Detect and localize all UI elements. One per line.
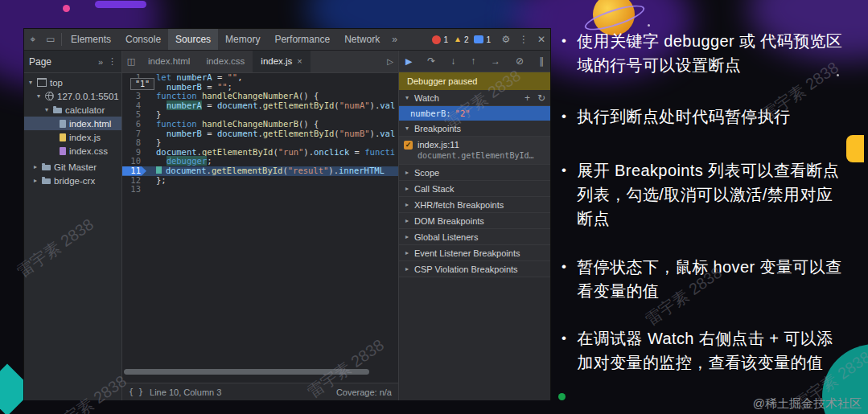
editor-tab-index-js[interactable]: index.js × bbox=[253, 51, 310, 72]
notes-panel: • 使用关键字 debugger 或 代码预览区域的行号可以设置断点 • 执行到… bbox=[562, 0, 861, 414]
global-listeners-section-header[interactable]: ▸ Global Listeners bbox=[399, 229, 550, 245]
tab-overflow-icon[interactable]: ▷ bbox=[382, 57, 398, 66]
csp-violation-breakpoints-section-header[interactable]: ▸ CSP Violation Breakpoints bbox=[399, 261, 550, 277]
navigator-toggle-icon[interactable]: ◫ bbox=[122, 56, 140, 67]
line-number[interactable]: 7 bbox=[122, 129, 146, 139]
messages-icon[interactable] bbox=[474, 35, 483, 43]
editor-tab-strip: ◫ index.html index.css index.js × ▷ bbox=[122, 51, 398, 73]
editor-tab-index-css[interactable]: index.css bbox=[198, 51, 253, 72]
navigator-tab-page[interactable]: Page bbox=[29, 56, 51, 68]
tree-item-calculator[interactable]: ▾ calculator bbox=[24, 103, 121, 117]
debugger-toolbar: ▶ ↷ ↓ ↑ → ⊘ ∥ bbox=[399, 51, 550, 72]
line-number[interactable]: 10 bbox=[122, 157, 146, 166]
twisty-icon[interactable]: ▾ bbox=[35, 92, 42, 100]
warning-icon[interactable]: ▲ bbox=[454, 35, 462, 43]
tree-item-origin[interactable]: ▾ 127.0.0.1:5501 bbox=[24, 89, 121, 103]
line-number[interactable]: 13 bbox=[122, 185, 146, 195]
tab-performance[interactable]: Performance bbox=[267, 29, 337, 50]
code-editor[interactable]: 1let numberA = "",2 numberB = "";3functi… bbox=[122, 73, 398, 383]
step-icon[interactable]: → bbox=[491, 55, 500, 67]
note-item: • 在调试器 Watch 右侧点击 + 可以添加对变量的监控，查看该变量的值 bbox=[562, 326, 849, 375]
editor-pane: ◫ index.html index.css index.js × ▷ 1let… bbox=[122, 51, 399, 400]
watch-title: Watch bbox=[414, 93, 439, 103]
breakpoint-entry[interactable]: ✓ index.js:11 document.getElementById… bbox=[399, 137, 550, 165]
refresh-watch-icon[interactable]: ↻ bbox=[537, 92, 545, 104]
note-text: 展开 Breakpoints 列表可以查看断点列表，勾选/取消可以激活/禁用对应… bbox=[577, 158, 849, 231]
close-icon[interactable]: ✕ bbox=[533, 34, 550, 45]
line-number[interactable]: 3 bbox=[122, 92, 146, 101]
section-title: Global Listeners bbox=[414, 232, 479, 242]
tree-item-index-css[interactable]: index.css bbox=[24, 144, 121, 158]
pause-on-exceptions-icon[interactable]: ∥ bbox=[539, 55, 544, 67]
tree-item-bridge-crx[interactable]: ▸ bridge-crx bbox=[24, 174, 121, 187]
tree-label: bridge-crx bbox=[54, 176, 95, 186]
breakpoints-section-header[interactable]: ▾ Breakpoints bbox=[399, 121, 550, 137]
tree-item-top[interactable]: ▾ top bbox=[24, 76, 121, 89]
line-number[interactable]: 6 bbox=[122, 120, 146, 129]
breakpoint-line-number[interactable]: 11 bbox=[122, 166, 146, 176]
debugger-sidebar: ▶ ↷ ↓ ↑ → ⊘ ∥ Debugger paused ▾ Watch + … bbox=[399, 51, 550, 400]
device-toolbar-icon[interactable]: ▭ bbox=[42, 34, 60, 45]
chevron-right-icon: ▸ bbox=[404, 265, 410, 273]
step-out-icon[interactable]: ↑ bbox=[471, 55, 475, 67]
twisty-icon[interactable]: ▸ bbox=[32, 163, 39, 170]
inspect-icon[interactable]: ⌖ bbox=[24, 34, 42, 45]
section-title: Event Listener Breakpoints bbox=[414, 248, 520, 258]
tab-elements[interactable]: Elements bbox=[64, 29, 118, 50]
tab-console[interactable]: Console bbox=[118, 29, 168, 50]
error-icon[interactable] bbox=[432, 35, 441, 44]
settings-gear-icon[interactable]: ⚙ bbox=[497, 34, 515, 45]
breakpoints-title: Breakpoints bbox=[414, 124, 461, 133]
chevron-right-icon: ▸ bbox=[404, 217, 410, 224]
tab-close-icon[interactable]: × bbox=[297, 51, 302, 72]
note-item: • 暂停状态下，鼠标 hover 变量可以查看变量的值 bbox=[562, 255, 849, 303]
bullet-icon: • bbox=[562, 29, 566, 77]
chevron-right-icon: ▸ bbox=[404, 201, 410, 208]
tree-item-index-js[interactable]: index.js bbox=[24, 130, 121, 144]
coverage-status: Coverage: n/a bbox=[336, 387, 392, 397]
debugger-paused-banner: Debugger paused bbox=[399, 72, 550, 90]
xhr-breakpoints-section-header[interactable]: ▸ XHR/fetch Breakpoints bbox=[399, 197, 550, 213]
line-number[interactable]: 5 bbox=[122, 110, 146, 120]
code-line: 12}; bbox=[122, 176, 398, 186]
step-into-icon[interactable]: ↓ bbox=[450, 55, 455, 67]
message-count: 1 bbox=[486, 35, 491, 44]
twisty-icon[interactable]: ▾ bbox=[43, 106, 50, 113]
tree-label: index.js bbox=[69, 133, 101, 142]
add-watch-icon[interactable]: + bbox=[525, 92, 530, 104]
event-listener-breakpoints-section-header[interactable]: ▸ Event Listener Breakpoints bbox=[399, 245, 550, 261]
watch-expression-row[interactable]: numberB: "2" bbox=[399, 106, 550, 121]
twisty-icon[interactable]: ▾ bbox=[27, 79, 34, 86]
line-number[interactable]: 4 bbox=[122, 101, 146, 111]
line-number[interactable]: 8 bbox=[122, 138, 146, 148]
pretty-print-icon[interactable]: { } bbox=[129, 387, 143, 396]
tab-network[interactable]: Network bbox=[337, 29, 387, 50]
tree-label: index.css bbox=[69, 146, 108, 156]
tree-item-git-master[interactable]: ▸ Git Master bbox=[24, 160, 121, 174]
section-title: Scope bbox=[414, 168, 439, 178]
navigator-kebab-icon[interactable]: ⋮ bbox=[108, 56, 117, 67]
resume-script-icon[interactable]: ▶ bbox=[405, 56, 412, 67]
more-tabs-icon[interactable]: » bbox=[387, 34, 402, 45]
status-badges: 1 ▲ 2 1 bbox=[432, 35, 494, 44]
call-stack-section-header[interactable]: ▸ Call Stack bbox=[399, 181, 550, 197]
code-text: document.getElementById("result").innerH… bbox=[146, 166, 385, 176]
horizontal-scrollbar[interactable] bbox=[124, 369, 369, 375]
dom-breakpoints-section-header[interactable]: ▸ DOM Breakpoints bbox=[399, 213, 550, 229]
tree-label: calculator bbox=[65, 105, 105, 115]
twisty-icon[interactable]: ▸ bbox=[32, 177, 39, 184]
code-line: 4 numberA = document.getElementById("num… bbox=[122, 101, 398, 111]
tab-memory[interactable]: Memory bbox=[218, 29, 267, 50]
step-over-icon[interactable]: ↷ bbox=[427, 55, 435, 67]
breakpoint-checkbox[interactable]: ✓ bbox=[404, 141, 413, 150]
watch-section-header[interactable]: ▾ Watch + ↻ bbox=[399, 90, 550, 106]
editor-tab-index-html[interactable]: index.html bbox=[140, 51, 198, 72]
tree-item-index-html[interactable]: index.html bbox=[24, 117, 121, 130]
navigator-more-icon[interactable]: » bbox=[98, 57, 103, 67]
deactivate-breakpoints-icon[interactable]: ⊘ bbox=[516, 55, 524, 67]
scope-section-header[interactable]: ▸ Scope bbox=[399, 165, 550, 181]
kebab-menu-icon[interactable]: ⋮ bbox=[515, 34, 533, 45]
tab-sources[interactable]: Sources bbox=[168, 29, 218, 50]
code-lines: 1let numberA = "",2 numberB = "";3functi… bbox=[122, 73, 398, 195]
bullet-icon: • bbox=[562, 158, 566, 231]
